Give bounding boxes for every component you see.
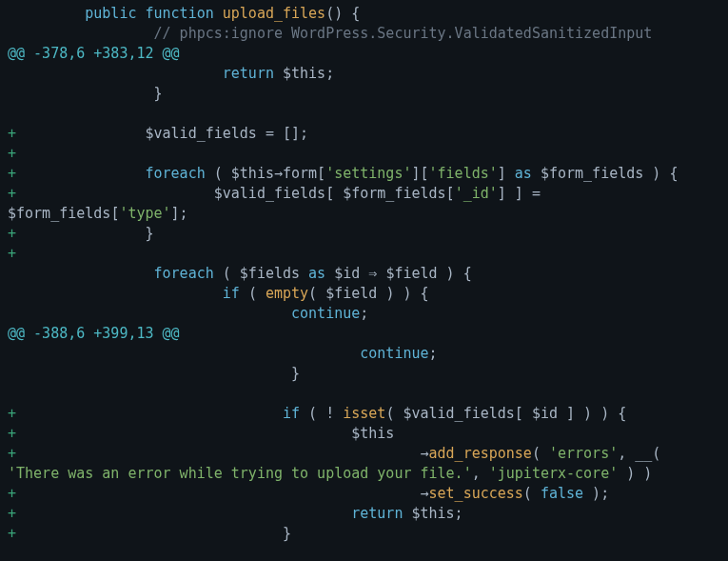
add-marker: + xyxy=(8,245,16,262)
diff-line: @@ -378,6 +383,12 @@ xyxy=(0,44,728,64)
diff-line: // phpcs:ignore WordPress.Security.Valid… xyxy=(0,24,728,44)
diff-line: continue; xyxy=(0,344,728,364)
add-marker: + xyxy=(8,165,16,182)
diff-line: + $this xyxy=(0,424,728,444)
diff-line: foreach ( $fields as $id ⇒ $field ) { xyxy=(0,264,728,284)
diff-line: + →set_success( false ); xyxy=(0,484,728,504)
diff-line: + } xyxy=(0,524,728,544)
add-marker: + xyxy=(8,425,16,442)
add-marker: + xyxy=(8,505,16,522)
add-marker: + xyxy=(8,445,16,462)
diff-line: } xyxy=(0,364,728,384)
diff-code-block: public function upload_files() { // phpc… xyxy=(0,4,728,544)
diff-line xyxy=(0,384,728,404)
add-marker: + xyxy=(8,405,16,422)
diff-line: + xyxy=(0,244,728,264)
diff-line: continue; xyxy=(0,304,728,324)
add-marker: + xyxy=(8,185,16,202)
diff-line: + xyxy=(0,144,728,164)
diff-line: + return $this; xyxy=(0,504,728,524)
diff-line: + $valid_fields = []; xyxy=(0,124,728,144)
diff-line: + $valid_fields[ $form_fields['_id'] ] =… xyxy=(0,184,728,224)
diff-line: public function upload_files() { xyxy=(0,4,728,24)
diff-line: + foreach ( $this→form['settings']['fiel… xyxy=(0,164,728,184)
add-marker: + xyxy=(8,225,16,242)
add-marker: + xyxy=(8,525,16,542)
diff-line: if ( empty( $field ) ) { xyxy=(0,284,728,304)
hunk-header: @@ -378,6 +383,12 @@ xyxy=(8,45,180,62)
diff-line: + →add_response( 'errors', __( 'There wa… xyxy=(0,444,728,484)
add-marker: + xyxy=(8,145,16,162)
diff-line: } xyxy=(0,84,728,104)
add-marker: + xyxy=(8,125,16,142)
hunk-header: @@ -388,6 +399,13 @@ xyxy=(8,325,180,342)
add-marker: + xyxy=(8,485,16,502)
diff-line: + if ( ! isset( $valid_fields[ $id ] ) )… xyxy=(0,404,728,424)
diff-line: @@ -388,6 +399,13 @@ xyxy=(0,324,728,344)
diff-line: return $this; xyxy=(0,64,728,84)
diff-line xyxy=(0,104,728,124)
diff-line: + } xyxy=(0,224,728,244)
